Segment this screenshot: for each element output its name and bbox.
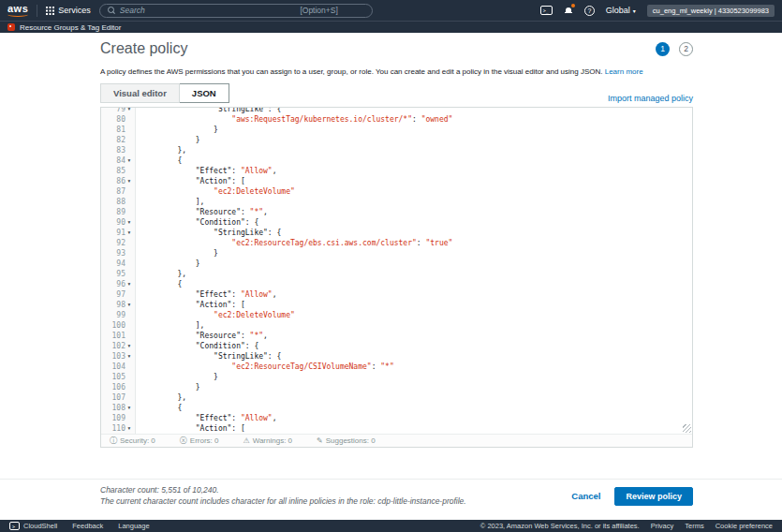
editor-line[interactable]: 105 }: [101, 372, 692, 382]
gutter-cell[interactable]: 94: [101, 259, 136, 269]
gutter-cell[interactable]: 89: [101, 207, 136, 217]
search-bar[interactable]: [Option+S]: [99, 4, 373, 18]
editor-line[interactable]: 99 "ec2:DeleteVolume": [101, 310, 692, 320]
resize-grip[interactable]: [683, 424, 691, 433]
code-line[interactable]: "Resource": "*",: [136, 207, 692, 217]
search-input[interactable]: [120, 6, 296, 15]
editor-line[interactable]: 93 }: [101, 248, 692, 259]
editor-line[interactable]: 96▾ {: [101, 279, 692, 289]
cloudshell-icon[interactable]: [540, 6, 553, 15]
fold-toggle-icon[interactable]: ▾: [125, 403, 133, 413]
code-line[interactable]: "Action": [: [136, 176, 692, 186]
gutter-cell[interactable]: 102▾: [101, 341, 136, 351]
editor-line[interactable]: 106 }: [101, 382, 692, 392]
gutter-cell[interactable]: 106: [101, 382, 136, 392]
code-line[interactable]: "ec2:ResourceTag/CSIVolumeName": "*": [136, 362, 692, 372]
gutter-cell[interactable]: 101: [101, 331, 136, 341]
gutter-cell[interactable]: 99: [101, 310, 136, 320]
gutter-cell[interactable]: 83: [101, 145, 136, 155]
code-line[interactable]: "Action": [: [136, 300, 692, 310]
editor-line[interactable]: 79▾ "StringLike": {: [101, 108, 692, 114]
privacy-link[interactable]: Privacy: [651, 522, 674, 530]
gutter-cell[interactable]: 97: [101, 289, 136, 300]
editor-line[interactable]: 86▾ "Action": [: [101, 176, 692, 186]
tab-json[interactable]: JSON: [180, 83, 229, 103]
editor-line[interactable]: 90▾ "Condition": {: [101, 217, 692, 228]
gutter-cell[interactable]: 82: [101, 135, 136, 145]
code-line[interactable]: {: [136, 403, 692, 413]
code-line[interactable]: "aws:RequestTag/kubernetes.io/cluster/*"…: [136, 114, 692, 125]
editor-line[interactable]: 85 "Effect": "Allow",: [101, 166, 692, 176]
editor-line[interactable]: 95 },: [101, 269, 692, 279]
editor-line[interactable]: 82 }: [101, 135, 692, 145]
code-line[interactable]: {: [136, 279, 692, 289]
code-line[interactable]: "StringLike": {: [136, 108, 692, 114]
step-2[interactable]: 2: [679, 42, 693, 56]
gutter-cell[interactable]: 110▾: [101, 423, 136, 434]
code-line[interactable]: }: [136, 382, 692, 392]
code-line[interactable]: }: [136, 248, 692, 259]
gutter-cell[interactable]: 84▾: [101, 155, 136, 166]
editor-line[interactable]: 81 }: [101, 125, 692, 135]
code-line[interactable]: },: [136, 392, 692, 403]
gutter-cell[interactable]: 91▾: [101, 228, 136, 238]
fold-toggle-icon[interactable]: ▾: [125, 300, 133, 310]
editor-line[interactable]: 83 },: [101, 145, 692, 155]
code-line[interactable]: }: [136, 259, 692, 269]
gutter-cell[interactable]: 107: [101, 392, 136, 403]
gutter-cell[interactable]: 80: [101, 114, 136, 125]
cancel-button[interactable]: Cancel: [571, 491, 600, 501]
gutter-cell[interactable]: 81: [101, 125, 136, 135]
code-line[interactable]: "Effect": "Allow",: [136, 289, 692, 300]
code-line[interactable]: ],: [136, 197, 692, 207]
fold-toggle-icon[interactable]: ▾: [125, 228, 133, 238]
gutter-cell[interactable]: 103▾: [101, 351, 136, 362]
cookie-preference-link[interactable]: Cookie preference: [716, 522, 773, 530]
gutter-cell[interactable]: 98▾: [101, 300, 136, 310]
account-menu[interactable]: cu_eng_ml_weekly | 4330523099983: [647, 5, 775, 17]
code-line[interactable]: "Condition": {: [136, 341, 692, 351]
editor-line[interactable]: 107 },: [101, 392, 692, 403]
editor-line[interactable]: 98▾ "Action": [: [101, 300, 692, 310]
import-managed-policy-link[interactable]: Import managed policy: [608, 94, 693, 103]
gutter-cell[interactable]: 86▾: [101, 176, 136, 186]
cloudshell-link[interactable]: CloudShell: [9, 522, 57, 530]
code-line[interactable]: "StringLike": {: [136, 351, 692, 362]
gutter-cell[interactable]: 105: [101, 372, 136, 382]
fold-toggle-icon[interactable]: ▾: [125, 176, 133, 186]
editor-line[interactable]: 87 "ec2:DeleteVolume": [101, 186, 692, 197]
region-selector[interactable]: Global ▾: [606, 6, 636, 15]
review-policy-button[interactable]: Review policy: [614, 487, 693, 506]
code-line[interactable]: "Effect": "Allow",: [136, 413, 692, 423]
code-line[interactable]: "Resource": "*",: [136, 331, 692, 341]
notifications-button[interactable]: [564, 6, 573, 15]
gutter-cell[interactable]: 95: [101, 269, 136, 279]
editor-line[interactable]: 88 ],: [101, 197, 692, 207]
code-line[interactable]: "Condition": {: [136, 217, 692, 228]
gutter-cell[interactable]: 92: [101, 238, 136, 248]
gutter-cell[interactable]: 108▾: [101, 403, 136, 413]
editor-line[interactable]: 89 "Resource": "*",: [101, 207, 692, 217]
editor-line[interactable]: 80 "aws:RequestTag/kubernetes.io/cluster…: [101, 114, 692, 125]
tab-visual-editor[interactable]: Visual editor: [100, 83, 180, 103]
fold-toggle-icon[interactable]: ▾: [125, 155, 133, 166]
gutter-cell[interactable]: 104: [101, 362, 136, 372]
fold-toggle-icon[interactable]: ▾: [125, 341, 133, 351]
fold-toggle-icon[interactable]: ▾: [125, 108, 133, 114]
code-line[interactable]: },: [136, 269, 692, 279]
code-line[interactable]: ],: [136, 320, 692, 331]
editor-line[interactable]: 84▾ {: [101, 155, 692, 166]
gutter-cell[interactable]: 109: [101, 413, 136, 423]
gutter-cell[interactable]: 100: [101, 320, 136, 331]
code-line[interactable]: "ec2:DeleteVolume": [136, 186, 692, 197]
editor-line[interactable]: 94 }: [101, 259, 692, 269]
editor-line[interactable]: 100 ],: [101, 320, 692, 331]
gutter-cell[interactable]: 79▾: [101, 108, 136, 114]
code-line[interactable]: },: [136, 145, 692, 155]
code-line[interactable]: }: [136, 135, 692, 145]
code-line[interactable]: "StringLike": {: [136, 228, 692, 238]
fold-toggle-icon[interactable]: ▾: [125, 423, 133, 434]
code-line[interactable]: "ec2:ResourceTag/ebs.csi.aws.com/cluster…: [136, 238, 692, 248]
fold-toggle-icon[interactable]: ▾: [125, 351, 133, 362]
code-line[interactable]: {: [136, 155, 692, 166]
